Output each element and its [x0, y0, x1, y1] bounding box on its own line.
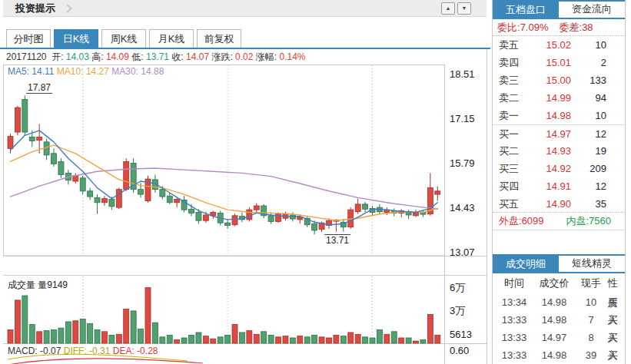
trade-panel-tabs: 成交明细 短线精灵: [493, 254, 625, 273]
trade-row[interactable]: 13:3314.9839买入: [493, 346, 625, 364]
current-volume: 量9149: [38, 280, 68, 290]
scroll-up-button[interactable]: ▲: [441, 2, 455, 15]
trade-row[interactable]: 13:3314.987买入: [493, 311, 625, 329]
change-value: 0.02: [235, 51, 253, 62]
volume-tick: 5613: [450, 329, 472, 341]
low-value: 13.71: [146, 51, 169, 62]
bid-row-1[interactable]: 买一14.9712: [493, 124, 625, 142]
tab-adjusted[interactable]: 前复权: [197, 29, 241, 48]
ma-readout: MA5: 14.11 MA10: 14.27 MA30: 14.88: [8, 66, 164, 78]
ask-row-1[interactable]: 卖一14.9810: [493, 107, 625, 124]
macd-readout: MACD: -0.07 DIFF: -0.31 DEA: -0.28: [8, 346, 158, 356]
bid-row-4[interactable]: 买四14.9112: [493, 177, 625, 195]
breadcrumb-chevron-icon: [63, 4, 71, 12]
macd-value: -0.07: [40, 346, 61, 356]
ask-row-3[interactable]: 卖三15.00133: [493, 71, 625, 89]
diff-value: -0.31: [89, 346, 110, 356]
ma5-value: 14.11: [32, 66, 54, 77]
info-bar-title: 投资提示: [15, 2, 55, 15]
trade-row[interactable]: 13:3314.978买入: [493, 329, 625, 346]
ma10-value: 14.27: [86, 66, 109, 77]
weibi-value: 7.09%: [520, 19, 549, 35]
volume-tick: 6万: [450, 282, 465, 294]
price-tick: 15.79: [450, 157, 475, 170]
panel-spacer: [493, 230, 625, 254]
ask-row-5[interactable]: 卖五15.0210: [493, 36, 625, 54]
order-panel-tabs: 五档盘口 资金流向: [493, 0, 625, 19]
volume-tick: 3万: [450, 305, 465, 317]
chart-section: 投资提示 ▲ ▼ 分时图 日K线 周K线 月K线 前复权 20171120 开:…: [0, 0, 490, 364]
volume-readout: 成交量 量9149: [8, 279, 68, 292]
bid-row-5[interactable]: 买五14.9035: [493, 195, 625, 213]
market-panel: 五档盘口 资金流向 委比:7.09% 委差:38 卖五15.0210 卖四15.…: [492, 0, 626, 364]
open-value: 14.03: [66, 51, 89, 62]
kline-chart[interactable]: 20171120 开: 14.03 高: 14.09 低: 13.71 收: 1…: [3, 49, 487, 364]
commission-ratio-row: 委比:7.09% 委差:38: [493, 19, 625, 36]
bid-row-3[interactable]: 买三14.92209: [493, 160, 625, 177]
ask-row-4[interactable]: 卖四15.012: [493, 54, 625, 71]
dea-value: -0.28: [137, 346, 158, 356]
tab-money-flow[interactable]: 资金流向: [559, 0, 625, 19]
ohlc-date: 20171120: [6, 51, 47, 62]
price-tick: 14.43: [450, 202, 475, 214]
tab-order-book[interactable]: 五档盘口: [493, 0, 559, 19]
close-value: 14.07: [186, 51, 209, 62]
change-pct-value: 0.14%: [280, 51, 306, 62]
inner-volume: 7560: [589, 215, 611, 227]
tab-weekly-k[interactable]: 周K线: [101, 29, 146, 48]
tab-short-term[interactable]: 短线精灵: [559, 254, 625, 273]
kline-canvas[interactable]: [3, 49, 487, 364]
bid-row-2[interactable]: 买二14.9319: [493, 142, 625, 160]
scroll-down-button[interactable]: ▼: [457, 2, 471, 15]
high-annotation: 17.87: [26, 82, 52, 94]
price-tick: 13.07: [450, 247, 475, 259]
info-bar: 投资提示 ▲ ▼: [3, 0, 487, 17]
macd-tick: 0.60: [450, 345, 469, 357]
tab-timeline[interactable]: 分时图: [6, 29, 51, 48]
chart-tabs: 分时图 日K线 周K线 月K线 前复权: [6, 29, 241, 48]
ask-row-2[interactable]: 卖二14.9994: [493, 89, 625, 107]
price-tick: 18.51: [450, 68, 475, 81]
outer-volume: 6099: [522, 215, 544, 227]
inner-outer-row: 外盘:6099 内盘:7560: [493, 213, 625, 230]
tab-trade-detail[interactable]: 成交明细: [493, 254, 559, 273]
ma30-value: 14.88: [141, 66, 164, 77]
ohlc-readout: 20171120 开: 14.03 高: 14.09 低: 13.71 收: 1…: [6, 49, 306, 65]
price-tick: 17.15: [450, 113, 475, 125]
high-value: 14.09: [106, 51, 129, 62]
tab-monthly-k[interactable]: 月K线: [149, 29, 194, 48]
weicha-value: 38: [582, 19, 593, 35]
tab-daily-k[interactable]: 日K线: [54, 29, 98, 48]
low-annotation: 13.71: [324, 234, 350, 246]
trade-table-header: 时间 成交价 现手 性质: [493, 273, 625, 293]
trade-row[interactable]: 13:3414.9810买入: [493, 293, 625, 311]
